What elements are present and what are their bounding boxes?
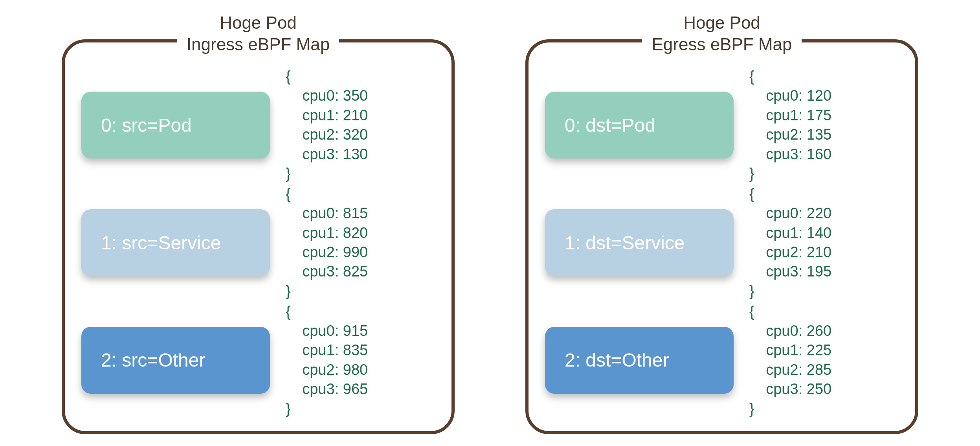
- egress-val-1-cpu1: 140: [807, 225, 831, 241]
- ingress-values-2: { cpu0: 915 cpu1: 835 cpu2: 980 cpu3: 96…: [286, 302, 435, 418]
- ingress-key-2: 2: src=Other: [81, 327, 270, 394]
- ingress-panel-title: Hoge Pod Ingress eBPF Map: [177, 12, 339, 55]
- ingress-val-2-cpu2: 980: [343, 361, 368, 378]
- ingress-entry-1: 1: src=Service { cpu0: 815 cpu1: 820 cpu…: [81, 184, 435, 301]
- ingress-val-1-cpu3: 825: [343, 263, 368, 280]
- egress-panel-title: Hoge Pod Egress eBPF Map: [642, 12, 801, 55]
- ingress-val-2-cpu0: 915: [343, 323, 368, 339]
- egress-val-1-cpu0: 220: [807, 205, 831, 221]
- diagram-canvas: Hoge Pod Ingress eBPF Map 0: src=Pod { c…: [0, 0, 980, 446]
- egress-key-0: 0: dst=Pod: [545, 92, 734, 158]
- egress-val-0-cpu2: 135: [807, 126, 831, 143]
- ingress-val-2-cpu3: 965: [343, 381, 368, 397]
- egress-val-2-cpu3: 250: [807, 381, 831, 397]
- ingress-key-1-label: 1: src=Service: [101, 232, 221, 254]
- ingress-entry-2: 2: src=Other { cpu0: 915 cpu1: 835 cpu2:…: [81, 302, 435, 418]
- ingress-val-1-cpu0: 815: [343, 205, 368, 221]
- egress-val-1-cpu2: 210: [807, 244, 831, 260]
- egress-values-1: { cpu0: 220 cpu1: 140 cpu2: 210 cpu3: 19…: [749, 184, 899, 301]
- ingress-val-1-cpu1: 820: [343, 225, 368, 241]
- ingress-entry-0: 0: src=Pod { cpu0: 350 cpu1: 210 cpu2: 3…: [81, 67, 435, 183]
- ingress-val-1-cpu2: 990: [343, 244, 368, 260]
- ingress-values-0: { cpu0: 350 cpu1: 210 cpu2: 320 cpu3: 13…: [286, 67, 435, 183]
- egress-entry-2: 2: dst=Other { cpu0: 260 cpu1: 225 cpu2:…: [545, 302, 899, 418]
- ingress-title-line1: Hoge Pod: [220, 13, 297, 32]
- ingress-key-0-label: 0: src=Pod: [101, 114, 192, 136]
- ingress-key-1: 1: src=Service: [81, 209, 270, 276]
- egress-values-0: { cpu0: 120 cpu1: 175 cpu2: 135 cpu3: 16…: [749, 67, 899, 183]
- egress-values-2: { cpu0: 260 cpu1: 225 cpu2: 285 cpu3: 25…: [749, 302, 899, 418]
- egress-val-0-cpu3: 160: [807, 146, 831, 162]
- egress-key-1: 1: dst=Service: [545, 209, 734, 276]
- egress-val-2-cpu1: 225: [807, 342, 831, 358]
- egress-title-line2: Egress eBPF Map: [651, 35, 792, 54]
- ingress-values-1: { cpu0: 815 cpu1: 820 cpu2: 990 cpu3: 82…: [286, 184, 435, 301]
- egress-val-2-cpu2: 285: [807, 361, 831, 378]
- egress-val-0-cpu0: 120: [807, 87, 831, 104]
- ingress-val-0-cpu3: 130: [343, 146, 368, 162]
- egress-val-1-cpu3: 195: [807, 263, 831, 280]
- ingress-title-line2: Ingress eBPF Map: [187, 35, 330, 54]
- egress-key-2: 2: dst=Other: [545, 327, 734, 394]
- egress-key-2-label: 2: dst=Other: [565, 349, 669, 371]
- egress-panel-body: 0: dst=Pod { cpu0: 120 cpu1: 175 cpu2: 1…: [545, 67, 899, 418]
- ingress-val-0-cpu1: 210: [343, 107, 368, 123]
- egress-key-1-label: 1: dst=Service: [565, 232, 685, 254]
- egress-entry-0: 0: dst=Pod { cpu0: 120 cpu1: 175 cpu2: 1…: [545, 67, 899, 183]
- egress-title-line1: Hoge Pod: [683, 13, 760, 32]
- ingress-key-2-label: 2: src=Other: [101, 349, 205, 371]
- egress-val-0-cpu1: 175: [807, 107, 831, 123]
- egress-entry-1: 1: dst=Service { cpu0: 220 cpu1: 140 cpu…: [545, 184, 899, 301]
- egress-panel: Hoge Pod Egress eBPF Map 0: dst=Pod { cp…: [521, 12, 922, 446]
- egress-val-2-cpu0: 260: [807, 323, 831, 339]
- ingress-panel-body: 0: src=Pod { cpu0: 350 cpu1: 210 cpu2: 3…: [81, 67, 435, 418]
- ingress-key-0: 0: src=Pod: [81, 92, 270, 158]
- ingress-val-2-cpu1: 835: [343, 342, 368, 358]
- ingress-val-0-cpu2: 320: [343, 126, 368, 143]
- egress-key-0-label: 0: dst=Pod: [565, 114, 655, 136]
- ingress-panel: Hoge Pod Ingress eBPF Map 0: src=Pod { c…: [58, 12, 459, 446]
- ingress-val-0-cpu0: 350: [343, 87, 368, 104]
